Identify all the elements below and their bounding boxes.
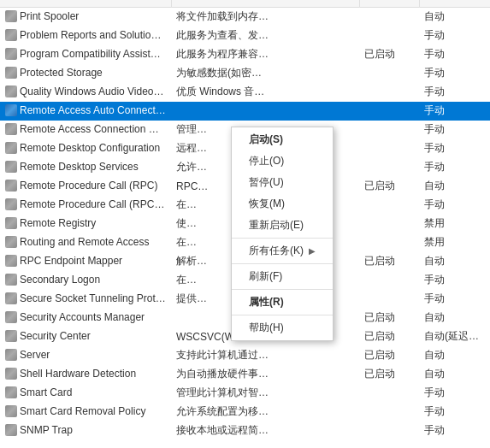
service-icon	[5, 311, 17, 323]
service-startup: 手动	[419, 45, 490, 64]
service-startup: 手动	[419, 102, 490, 121]
service-icon	[5, 161, 17, 173]
table-row[interactable]: Program Compatibility Assistant Service …	[0, 45, 490, 64]
context-menu-item-label: 属性(R)	[249, 295, 284, 309]
table-row[interactable]: Protected Storage 为敏感数据(如密… 手动	[0, 64, 490, 83]
service-status	[359, 83, 419, 102]
table-row[interactable]: Quality Windows Audio Video Experience 优…	[0, 83, 490, 102]
service-startup: 禁用	[419, 215, 490, 233]
service-startup: 禁用	[419, 233, 490, 252]
service-startup: 手动	[419, 158, 490, 177]
service-status: 已启动	[359, 365, 419, 384]
service-startup: 自动(延迟启…	[419, 327, 490, 346]
service-name: Remote Registry	[0, 215, 171, 233]
context-menu-item[interactable]: 暂停(U)	[232, 172, 333, 193]
table-row[interactable]: Server 支持此计算机通过… 已启动 自动	[0, 346, 490, 365]
service-status	[359, 8, 419, 27]
service-icon	[5, 10, 17, 22]
table-row[interactable]: Problem Reports and Solutions Control Pa…	[0, 27, 490, 45]
service-status	[359, 215, 419, 233]
context-menu-item[interactable]: 属性(R)	[232, 292, 333, 313]
service-desc: 此服务为程序兼容…	[171, 45, 359, 64]
service-startup: 手动	[419, 27, 490, 45]
context-menu-item[interactable]: 启动(S)	[232, 129, 333, 150]
service-startup: 手动	[419, 290, 490, 309]
table-row[interactable]: Smart Card 管理此计算机对智… 手动	[0, 384, 490, 403]
service-name: Remote Desktop Services	[0, 158, 171, 177]
service-startup: 自动	[419, 252, 490, 271]
table-row[interactable]: Shell Hardware Detection 为自动播放硬件事… 已启动 自…	[0, 365, 490, 384]
service-name: Remote Access Connection Manager	[0, 121, 171, 139]
context-menu-item[interactable]: 刷新(F)	[232, 266, 333, 287]
service-name: Remote Desktop Configuration	[0, 139, 171, 158]
service-icon	[5, 123, 17, 135]
service-startup: 自动	[419, 365, 490, 384]
service-status	[359, 421, 419, 440]
service-icon	[5, 48, 17, 60]
service-name: Server	[0, 346, 171, 365]
table-row[interactable]: Print Spooler 将文件加载到内存… 自动	[0, 8, 490, 27]
context-menu-item[interactable]: 重新启动(E)	[232, 215, 333, 236]
service-name: Print Spooler	[0, 8, 171, 27]
service-icon	[5, 292, 17, 304]
context-menu-item[interactable]: 恢复(M)	[232, 193, 333, 215]
service-status: 已启动	[359, 327, 419, 346]
context-menu-item-label: 启动(S)	[249, 133, 283, 147]
context-menu-item[interactable]: 帮助(H)	[232, 317, 333, 339]
col-header-desc[interactable]	[171, 0, 359, 8]
service-name: Shell Hardware Detection	[0, 365, 171, 384]
service-icon	[5, 424, 17, 436]
service-name: Smart Card Removal Policy	[0, 403, 171, 421]
table-row[interactable]: Remote Access Auto Connection Manager 手动	[0, 102, 490, 121]
context-menu-item[interactable]: 停止(O)	[232, 150, 333, 172]
context-menu-item-label: 暂停(U)	[249, 175, 284, 190]
service-name: Quality Windows Audio Video Experience	[0, 83, 171, 102]
service-icon	[5, 142, 17, 154]
service-status: 已启动	[359, 45, 419, 64]
service-startup: 手动	[419, 403, 490, 421]
context-menu-separator	[232, 289, 333, 290]
context-menu-item-label: 帮助(H)	[249, 321, 284, 335]
service-status: 已启动	[359, 177, 419, 196]
service-icon	[5, 104, 17, 116]
service-name: Routing and Remote Access	[0, 233, 171, 252]
context-menu-separator	[232, 238, 333, 239]
service-icon	[5, 405, 17, 417]
service-name: Smart Card	[0, 384, 171, 403]
service-desc: 为自动播放硬件事…	[171, 365, 359, 384]
service-status	[359, 271, 419, 290]
service-status	[359, 384, 419, 403]
context-menu-item-label: 重新启动(E)	[249, 218, 304, 233]
service-startup: 手动	[419, 139, 490, 158]
service-startup: 自动	[419, 8, 490, 27]
col-header-name[interactable]	[0, 0, 171, 8]
context-menu-item[interactable]: 所有任务(K)▶	[232, 240, 333, 262]
col-header-status[interactable]	[359, 0, 419, 8]
service-name: RPC Endpoint Mapper	[0, 252, 171, 271]
service-desc: 将文件加载到内存…	[171, 8, 359, 27]
service-name: Secondary Logon	[0, 271, 171, 290]
col-header-startup[interactable]	[419, 0, 490, 8]
service-startup: 手动	[419, 196, 490, 215]
service-status	[359, 64, 419, 83]
service-icon	[5, 198, 17, 210]
service-status	[359, 196, 419, 215]
context-menu-item-label: 刷新(F)	[249, 269, 282, 284]
service-status	[359, 27, 419, 45]
service-status	[359, 139, 419, 158]
service-status	[359, 403, 419, 421]
service-name: Program Compatibility Assistant Service	[0, 45, 171, 64]
table-row[interactable]: Smart Card Removal Policy 允许系统配置为移… 手动	[0, 403, 490, 421]
service-desc: 允许系统配置为移…	[171, 403, 359, 421]
service-desc	[171, 102, 359, 121]
service-icon	[5, 255, 17, 267]
submenu-arrow-icon: ▶	[309, 246, 316, 256]
service-desc: 为敏感数据(如密…	[171, 64, 359, 83]
service-startup: 手动	[419, 64, 490, 83]
service-icon	[5, 67, 17, 79]
service-status	[359, 102, 419, 121]
service-name: Security Accounts Manager	[0, 309, 171, 327]
table-row[interactable]: SNMP Trap 接收本地或远程简… 手动	[0, 421, 490, 440]
service-desc: 此服务为查看、发…	[171, 27, 359, 45]
service-desc: 优质 Windows 音…	[171, 83, 359, 102]
